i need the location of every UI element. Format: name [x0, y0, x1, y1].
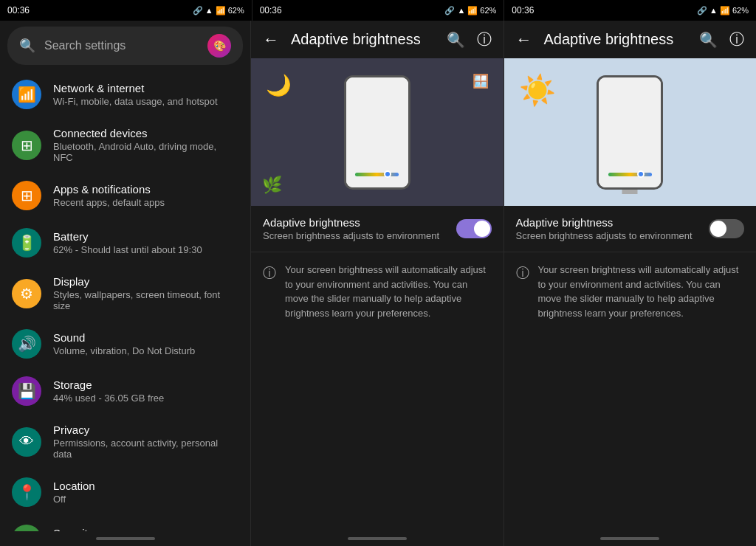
battery-left: 62% — [228, 6, 244, 15]
settings-text-battery: Battery 62% - Should last until about 19… — [53, 230, 238, 255]
settings-subtitle-storage: 44% used - 36.05 GB free — [53, 393, 238, 404]
settings-icon-storage: 💾 — [12, 376, 41, 406]
middle-header: ← Adaptive brightness 🔍 ⓘ — [251, 21, 504, 58]
settings-icon-apps: ⊞ — [12, 181, 41, 210]
middle-info-text: Your screen brightness will automaticall… — [285, 263, 492, 320]
middle-panel: ← Adaptive brightness 🔍 ⓘ 🌙 🌿 🪟 — [251, 21, 504, 546]
status-icons-middle: 🔗 ▲ 📶 62% — [444, 6, 496, 15]
toggle-thumb-right — [710, 221, 726, 237]
back-button-right[interactable]: ← — [516, 30, 532, 49]
wifi-icon-r: ▲ — [709, 6, 718, 15]
settings-item-connected[interactable]: ⊞ Connected devices Bluetooth, Android A… — [0, 118, 250, 172]
settings-text-privacy: Privacy Permissions, account activity, p… — [53, 424, 238, 460]
battery-middle: 62% — [480, 6, 496, 15]
search-header-icon-right[interactable]: 🔍 — [699, 31, 718, 49]
settings-text-storage: Storage 44% used - 36.05 GB free — [53, 379, 238, 404]
link-icon-r: 🔗 — [697, 6, 707, 15]
settings-item-network[interactable]: 📶 Network & internet Wi-Fi, mobile, data… — [0, 71, 250, 118]
settings-text-apps: Apps & notifications Recent apps, defaul… — [53, 183, 238, 208]
settings-item-security[interactable]: 🔒 Security Screen lock, fingerprint — [0, 516, 250, 531]
middle-bottom — [251, 531, 504, 546]
settings-text-connected: Connected devices Bluetooth, Android Aut… — [53, 127, 238, 163]
help-icon-right[interactable]: ⓘ — [729, 30, 744, 49]
phone-screen-middle — [346, 77, 408, 187]
brightness-bar-right — [608, 173, 652, 176]
settings-item-display[interactable]: ⚙ Display Styles, wallpapers, screen tim… — [0, 266, 250, 320]
plant-icon: 🌿 — [262, 176, 282, 195]
status-bar-left: 00:36 🔗 ▲ 📶 62% — [0, 0, 252, 21]
time-middle: 00:36 — [260, 5, 282, 15]
toggle-switch-right[interactable] — [709, 219, 744, 238]
status-bar-right: 00:36 🔗 ▲ 📶 62% — [504, 0, 756, 21]
brightness-bar-middle — [355, 173, 399, 176]
search-icon: 🔍 — [19, 38, 35, 54]
middle-toggle-text: Adaptive brightness Screen brightness ad… — [263, 216, 447, 241]
settings-subtitle-connected: Bluetooth, Android Auto, driving mode, N… — [53, 141, 238, 163]
middle-title: Adaptive brightness — [291, 31, 435, 48]
middle-toggle-subtitle: Screen brightness adjusts to environment — [263, 230, 447, 241]
right-toggle-text: Adaptive brightness Screen brightness ad… — [516, 216, 701, 241]
signal-icon: 📶 — [216, 6, 226, 15]
settings-item-location[interactable]: 📍 Location Off — [0, 469, 250, 516]
avatar: 🎨 — [207, 34, 231, 58]
right-toggle-title: Adaptive brightness — [516, 216, 701, 229]
settings-icon-connected: ⊞ — [12, 131, 41, 160]
info-icon-middle: ⓘ — [263, 264, 276, 282]
back-button-middle[interactable]: ← — [263, 30, 279, 49]
settings-item-privacy[interactable]: 👁 Privacy Permissions, account activity,… — [0, 415, 250, 469]
middle-toggle-row[interactable]: Adaptive brightness Screen brightness ad… — [251, 206, 504, 252]
right-header: ← Adaptive brightness 🔍 ⓘ — [504, 21, 757, 58]
night-scene: 🌙 🌿 🪟 — [251, 58, 504, 206]
settings-title-connected: Connected devices — [53, 127, 238, 139]
settings-title-network: Network & internet — [53, 82, 238, 94]
status-bar-middle: 00:36 🔗 ▲ 📶 62% — [252, 0, 504, 21]
settings-title-apps: Apps & notifications — [53, 183, 238, 196]
settings-icon-privacy: 👁 — [12, 427, 41, 457]
wifi-icon: ▲ — [205, 6, 213, 15]
help-icon-middle[interactable]: ⓘ — [477, 30, 492, 49]
settings-icon-security: 🔒 — [12, 525, 41, 531]
settings-subtitle-display: Styles, wallpapers, screen timeout, font… — [53, 289, 238, 311]
toggle-thumb-middle — [474, 221, 490, 237]
main-layout: 🔍 Search settings 🎨 📶 Network & internet… — [0, 21, 756, 546]
settings-subtitle-apps: Recent apps, default apps — [53, 197, 238, 208]
right-toggle-subtitle: Screen brightness adjusts to environment — [516, 230, 701, 241]
right-info-row: ⓘ Your screen brightness will automatica… — [504, 252, 757, 331]
settings-item-apps[interactable]: ⊞ Apps & notifications Recent apps, defa… — [0, 172, 250, 219]
day-scene: ☀️ 🏔 — [504, 58, 757, 206]
settings-text-display: Display Styles, wallpapers, screen timeo… — [53, 275, 238, 311]
time-right: 00:36 — [512, 5, 534, 15]
settings-item-sound[interactable]: 🔊 Sound Volume, vibration, Do Not Distur… — [0, 320, 250, 367]
settings-icon-location: 📍 — [12, 477, 41, 507]
status-icons-right: 🔗 ▲ 📶 62% — [697, 6, 749, 15]
search-input[interactable]: Search settings — [44, 39, 199, 52]
link-icon: 🔗 — [193, 6, 203, 15]
settings-title-sound: Sound — [53, 331, 238, 344]
signal-icon-m: 📶 — [467, 6, 478, 15]
settings-icon-display: ⚙ — [12, 279, 41, 308]
settings-subtitle-network: Wi-Fi, mobile, data usage, and hotspot — [53, 96, 238, 107]
settings-item-battery[interactable]: 🔋 Battery 62% - Should last until about … — [0, 219, 250, 266]
search-bar[interactable]: 🔍 Search settings 🎨 — [7, 27, 243, 65]
settings-title-location: Location — [53, 480, 238, 492]
right-header-icons: 🔍 ⓘ — [699, 30, 744, 49]
right-title: Adaptive brightness — [544, 31, 688, 48]
settings-panel: 🔍 Search settings 🎨 📶 Network & internet… — [0, 21, 251, 546]
right-bottom — [504, 531, 757, 546]
right-bottom-indicator — [504, 531, 757, 546]
settings-item-storage[interactable]: 💾 Storage 44% used - 36.05 GB free — [0, 367, 250, 415]
settings-title-storage: Storage — [53, 379, 238, 391]
phone-mockup-right — [597, 75, 663, 190]
search-header-icon-middle[interactable]: 🔍 — [447, 31, 465, 49]
right-toggle-row[interactable]: Adaptive brightness Screen brightness ad… — [504, 206, 757, 252]
settings-title-display: Display — [53, 275, 238, 288]
window-icon: 🪟 — [472, 73, 489, 89]
signal-icon-r: 📶 — [720, 6, 730, 15]
settings-subtitle-location: Off — [53, 494, 238, 505]
settings-list: 📶 Network & internet Wi-Fi, mobile, data… — [0, 71, 250, 531]
phone-mockup-middle — [344, 75, 410, 190]
toggle-switch-middle[interactable] — [456, 219, 492, 238]
settings-text-network: Network & internet Wi-Fi, mobile, data u… — [53, 82, 238, 107]
link-icon-m: 🔗 — [444, 6, 455, 15]
settings-icon-network: 📶 — [12, 80, 41, 109]
